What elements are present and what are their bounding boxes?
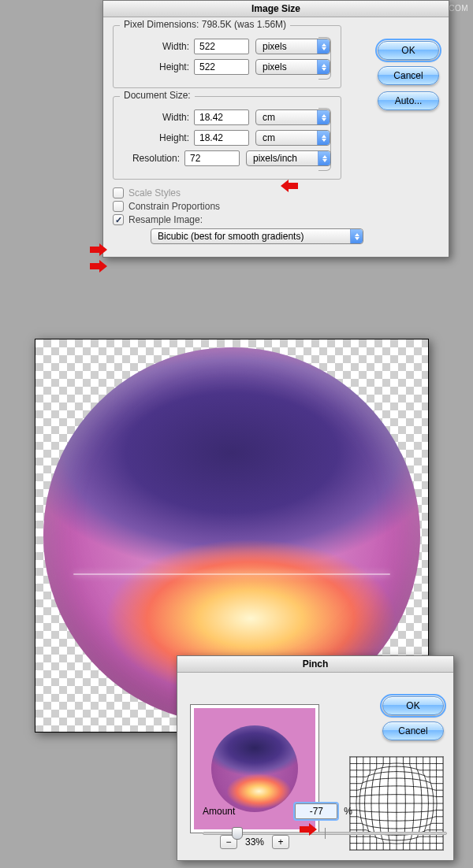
auto-button[interactable]: Auto... bbox=[378, 91, 439, 110]
pinch-title: Pinch bbox=[177, 656, 453, 673]
document-size-legend: Document Size: bbox=[120, 90, 195, 101]
cancel-button[interactable]: Cancel bbox=[382, 721, 444, 740]
amount-slider[interactable] bbox=[203, 825, 447, 841]
doc-res-input[interactable] bbox=[184, 150, 240, 166]
percent-label: % bbox=[344, 806, 352, 817]
scale-styles-check: Scale Styles bbox=[113, 187, 439, 198]
constrain-proportions-check[interactable]: Constrain Proportions bbox=[113, 201, 439, 212]
cancel-button[interactable]: Cancel bbox=[378, 66, 439, 85]
ok-button[interactable]: OK bbox=[378, 41, 439, 60]
red-arrow-annot bbox=[90, 261, 107, 272]
doc-res-label: Resolution: bbox=[123, 153, 180, 164]
px-height-input[interactable] bbox=[194, 59, 249, 75]
image-size-dialog: Image Size OK Cancel Auto... Pixel Dimen… bbox=[102, 0, 449, 258]
doc-width-unit-select[interactable]: cm bbox=[255, 109, 330, 125]
checkbox-icon bbox=[113, 201, 124, 212]
slider-tick bbox=[325, 828, 326, 839]
resample-image-check[interactable]: Resample Image: bbox=[113, 214, 439, 225]
checkbox-icon bbox=[113, 214, 124, 225]
chevron-up-down-icon bbox=[317, 60, 330, 74]
chevron-up-down-icon bbox=[317, 110, 330, 124]
px-height-unit-select[interactable]: pixels bbox=[255, 59, 330, 75]
px-width-unit-select[interactable]: pixels bbox=[255, 39, 330, 54]
ok-button[interactable]: OK bbox=[382, 696, 444, 715]
doc-width-input[interactable] bbox=[194, 109, 249, 125]
doc-width-label: Width: bbox=[123, 112, 189, 123]
scale-styles-label: Scale Styles bbox=[128, 187, 181, 198]
chevron-up-down-icon bbox=[350, 229, 363, 243]
px-width-input[interactable] bbox=[194, 39, 249, 54]
chevron-up-down-icon bbox=[318, 151, 330, 165]
amount-input[interactable] bbox=[295, 803, 337, 819]
amount-label: Amount bbox=[203, 806, 235, 817]
px-width-label: Width: bbox=[123, 41, 189, 52]
interpolation-select[interactable]: Bicubic (best for smooth gradients) bbox=[151, 228, 363, 244]
image-size-title: Image Size bbox=[103, 1, 449, 17]
doc-height-unit-select[interactable]: cm bbox=[255, 130, 330, 146]
checkbox-icon bbox=[113, 187, 124, 198]
chevron-up-down-icon bbox=[317, 131, 330, 145]
orb-image bbox=[211, 725, 298, 812]
pixel-dimensions-legend: Pixel Dimensions: 798.5K (was 1.56M) bbox=[120, 19, 290, 30]
doc-res-unit-select[interactable]: pixels/inch bbox=[246, 150, 331, 166]
pinch-dialog: Pinch OK Cancel − 33% + Amount % bbox=[177, 655, 454, 861]
resample-label: Resample Image: bbox=[128, 214, 203, 225]
px-height-label: Height: bbox=[123, 61, 189, 72]
chevron-up-down-icon bbox=[317, 39, 330, 54]
doc-height-label: Height: bbox=[123, 132, 189, 143]
constrain-label: Constrain Proportions bbox=[128, 201, 220, 212]
doc-height-input[interactable] bbox=[194, 130, 249, 146]
slider-thumb[interactable] bbox=[232, 827, 243, 840]
